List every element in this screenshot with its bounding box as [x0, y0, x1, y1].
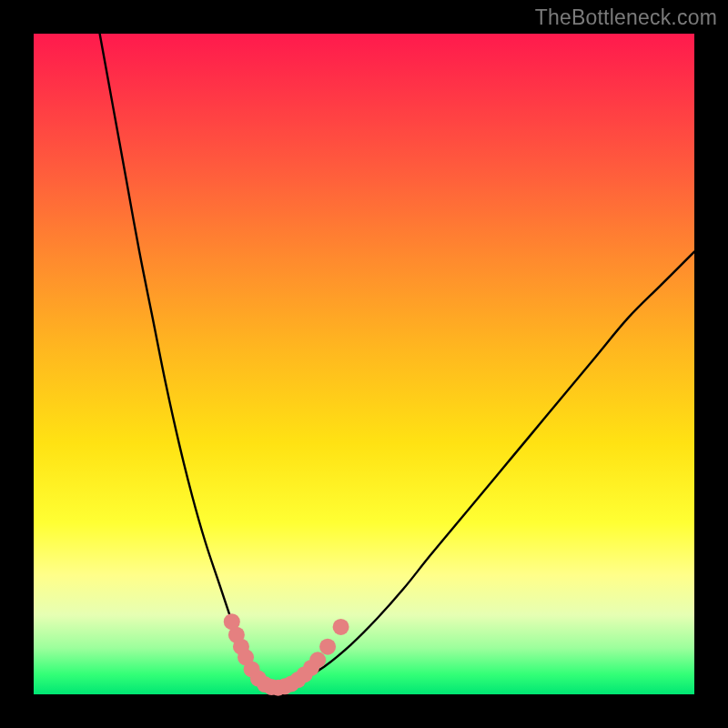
chart-frame: TheBottleneck.com [0, 0, 728, 728]
marker-right-5 [309, 652, 326, 668]
chart-svg [34, 34, 694, 694]
watermark-text: TheBottleneck.com [535, 5, 717, 30]
plot-area [34, 34, 694, 694]
marker-right-6 [319, 639, 336, 655]
marker-right-7 [333, 619, 349, 635]
markers-group [224, 613, 349, 696]
bottleneck-curve [100, 34, 694, 688]
